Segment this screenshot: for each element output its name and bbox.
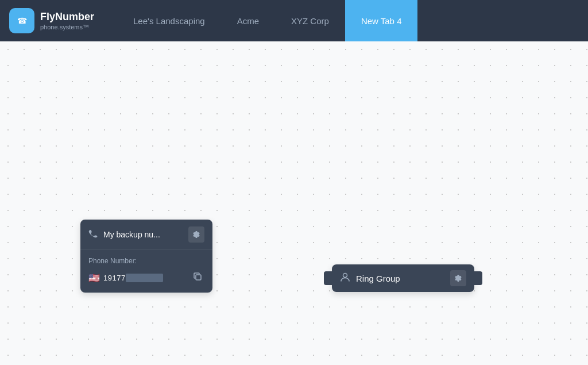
phone-number-text: 19177●●●● (103, 274, 163, 282)
nav-tabs: Lee's Landscaping Acme XYZ Corp New Tab … (117, 0, 588, 41)
ring-group-gear-button[interactable] (450, 270, 466, 286)
logo-text: FlyNumber phone.systems™ (40, 11, 94, 30)
card-header-left: My backup nu... (88, 229, 160, 240)
phone-number-row: 🇺🇸 19177●●●● (88, 270, 204, 286)
tab-xyz-corp[interactable]: XYZ Corp (275, 0, 345, 41)
header: ☎ FlyNumber phone.systems™ Lee's Landsca… (0, 0, 588, 41)
ring-group-left: Ring Group (340, 272, 400, 285)
tab-lees-landscaping[interactable]: Lee's Landscaping (117, 0, 221, 41)
phone-handset-icon (88, 229, 98, 240)
copy-phone-button[interactable] (191, 270, 204, 286)
logo-area: ☎ FlyNumber phone.systems™ (9, 8, 94, 33)
card-header: My backup nu... (80, 220, 212, 250)
phone-number-value: 🇺🇸 19177●●●● (88, 272, 163, 283)
ring-group-node: Ring Group (332, 264, 474, 292)
canvas: My backup nu... Phone Number: 🇺🇸 19177●●… (0, 41, 588, 365)
ring-group-connector-right (474, 271, 482, 285)
tab-acme[interactable]: Acme (221, 0, 275, 41)
svg-rect-2 (196, 275, 201, 280)
ring-group-connector-left (324, 271, 332, 285)
ring-group-person-icon (340, 272, 350, 285)
phone-number-card: My backup nu... Phone Number: 🇺🇸 19177●●… (80, 220, 212, 293)
logo-icon: ☎ (9, 8, 34, 33)
tab-new-tab-4[interactable]: New Tab 4 (345, 0, 418, 41)
flag-icon: 🇺🇸 (88, 272, 100, 283)
svg-text:☎: ☎ (17, 16, 27, 25)
phone-number-label: Phone Number: (88, 257, 204, 265)
phone-card-gear-button[interactable] (188, 226, 204, 243)
card-title: My backup nu... (103, 230, 160, 239)
app-sub: phone.systems™ (40, 24, 94, 30)
card-body: Phone Number: 🇺🇸 19177●●●● (80, 250, 212, 293)
ring-group-title: Ring Group (356, 274, 400, 283)
app-name: FlyNumber (40, 11, 94, 24)
svg-point-3 (343, 273, 347, 277)
